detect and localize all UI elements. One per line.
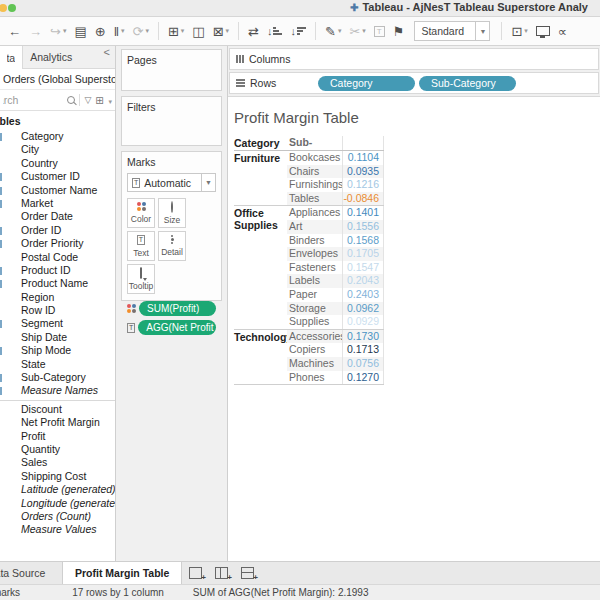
subcategory-cell[interactable]: Copiers	[287, 343, 342, 357]
category-cell[interactable]	[234, 178, 287, 192]
subcategory-cell[interactable]: Supplies	[287, 315, 342, 329]
field-item[interactable]: Sales	[0, 456, 115, 469]
field-item[interactable]: Country	[0, 157, 115, 170]
sort-ascending-icon[interactable]: ↓	[263, 21, 287, 41]
new-worksheet-icon[interactable]: ⊞▾	[164, 21, 188, 41]
field-item[interactable]: Product Name	[0, 277, 115, 290]
subcategory-cell[interactable]: Bookcases	[287, 151, 342, 165]
fit-select[interactable]: Standard▼	[414, 21, 490, 41]
field-item[interactable]: Postal Code	[0, 251, 115, 264]
fix-axes-icon[interactable]: ⚑	[389, 21, 409, 41]
category-cell[interactable]	[234, 371, 287, 385]
redo-icon[interactable]: ↪▾	[46, 21, 70, 41]
subcategory-cell[interactable]: Labels	[287, 274, 342, 288]
field-item[interactable]: Segment	[0, 317, 115, 330]
subcategory-cell[interactable]: Envelopes	[287, 247, 342, 261]
field-item[interactable]: Customer Name	[0, 184, 115, 197]
new-worksheet-button[interactable]: +	[182, 562, 208, 584]
save-icon[interactable]: ▤	[70, 21, 90, 41]
value-cell[interactable]: 0.0935	[342, 165, 384, 179]
field-item[interactable]: Profit	[0, 430, 115, 443]
value-cell[interactable]: 0.1401	[342, 206, 384, 220]
value-cell[interactable]: 0.2403	[342, 288, 384, 302]
value-cell[interactable]: -0.0846	[342, 192, 384, 206]
value-cell[interactable]: 0.1705	[342, 247, 384, 261]
tooltip-button[interactable]: Tooltip	[127, 264, 155, 294]
field-item[interactable]: Category	[0, 130, 115, 143]
size-button[interactable]: Size	[158, 198, 186, 228]
search-input[interactable]: Search	[3, 94, 63, 106]
value-cell[interactable]: 0.1730	[342, 330, 384, 344]
value-cell[interactable]: 0.1713	[342, 343, 384, 357]
value-cell[interactable]: 0.1556	[342, 220, 384, 234]
subcategory-cell[interactable]: Art	[287, 220, 342, 234]
dimension-pill[interactable]: Category	[318, 76, 415, 91]
measure-pill[interactable]: SUM(Profit)	[139, 301, 216, 316]
category-cell[interactable]	[234, 165, 287, 179]
field-item[interactable]: Order Date	[0, 210, 115, 223]
view-options-icon[interactable]: ⊞ ▾	[95, 95, 112, 106]
field-item[interactable]: Measure Names	[0, 384, 115, 397]
category-cell[interactable]	[234, 192, 287, 206]
presentation-mode-icon[interactable]	[532, 21, 554, 41]
field-item[interactable]: City	[0, 143, 115, 156]
columns-shelf[interactable]: Columns	[229, 48, 599, 70]
field-item[interactable]: Orders (Count)	[0, 510, 115, 523]
field-item[interactable]: Product ID	[0, 264, 115, 277]
tab-profit-margin-table[interactable]: Profit Margin Table	[62, 562, 182, 584]
value-cell[interactable]: 0.1547	[342, 261, 384, 275]
category-cell[interactable]	[234, 261, 287, 275]
new-dashboard-button[interactable]: +	[208, 562, 234, 584]
field-item[interactable]: Order ID	[0, 224, 115, 237]
field-item[interactable]: Discount	[0, 403, 115, 416]
subcategory-header[interactable]: Sub-Catego..	[287, 136, 342, 150]
subcategory-cell[interactable]: Accessories	[287, 330, 342, 344]
value-cell[interactable]: 0.0929	[342, 315, 384, 329]
category-cell[interactable]	[234, 288, 287, 302]
field-item[interactable]: Quantity	[0, 443, 115, 456]
subcategory-cell[interactable]: Appliances	[287, 206, 342, 220]
subcategory-cell[interactable]: Tables	[287, 192, 342, 206]
sort-descending-icon[interactable]: ↓	[286, 21, 310, 41]
subcategory-cell[interactable]: Paper	[287, 288, 342, 302]
tab-analytics[interactable]: Analytics	[23, 46, 79, 68]
category-cell[interactable]	[234, 247, 287, 261]
field-item[interactable]: Ship Mode	[0, 344, 115, 357]
swap-rows-columns-icon[interactable]: ⇄	[244, 21, 263, 41]
run-auto-updates-icon[interactable]: ⟳▾	[129, 21, 153, 41]
value-cell[interactable]: 0.0962	[342, 302, 384, 316]
value-cell[interactable]: 0.2043	[342, 274, 384, 288]
window-zoom-button[interactable]	[8, 4, 16, 12]
share-icon[interactable]: ∝	[554, 21, 571, 41]
subcategory-cell[interactable]: Fasteners	[287, 261, 342, 275]
mark-type-dropdown[interactable]: T Automatic ▼	[127, 173, 216, 192]
chevron-down-icon[interactable]: ▼	[475, 22, 489, 40]
datasource-name[interactable]: Orders (Global Superstor...	[0, 69, 115, 89]
category-cell[interactable]: Furniture	[234, 151, 287, 165]
subcategory-cell[interactable]: Phones	[287, 371, 342, 385]
subcategory-cell[interactable]: Chairs	[287, 165, 342, 179]
field-item[interactable]: Ship Date	[0, 331, 115, 344]
show-mark-labels-icon[interactable]: T	[370, 21, 389, 41]
field-item[interactable]: Shipping Cost	[0, 470, 115, 483]
forward-icon[interactable]: →	[25, 21, 46, 41]
clear-sheet-icon[interactable]: ⊠▾	[209, 21, 233, 41]
back-icon[interactable]: ←	[4, 21, 25, 41]
subcategory-cell[interactable]: Machines	[287, 357, 342, 371]
new-data-source-icon[interactable]: ⊕	[91, 21, 110, 41]
pause-auto-updates-icon[interactable]: ‖▾	[110, 21, 129, 41]
measure-pill[interactable]: AGG(Net Profit ..	[138, 320, 216, 335]
filter-icon[interactable]: ▽	[84, 95, 91, 105]
group-members-icon[interactable]: ✂▾	[345, 21, 369, 41]
search-bar[interactable]: Search ▽ ⊞ ▾	[0, 89, 115, 111]
duplicate-sheet-icon[interactable]: ◫	[188, 21, 208, 41]
field-item[interactable]: Longitude (generated)	[0, 497, 115, 510]
tab-data-source[interactable]: Data Source	[0, 562, 50, 584]
value-cell[interactable]: 0.0756	[342, 357, 384, 371]
highlight-icon[interactable]: ✎▾	[321, 21, 345, 41]
detail-button[interactable]: Detail	[158, 231, 186, 261]
text-button[interactable]: TText	[127, 231, 155, 261]
value-cell[interactable]: 0.1568	[342, 234, 384, 248]
category-cell[interactable]: Office Supplies	[234, 206, 287, 220]
value-cell[interactable]: 0.1216	[342, 178, 384, 192]
